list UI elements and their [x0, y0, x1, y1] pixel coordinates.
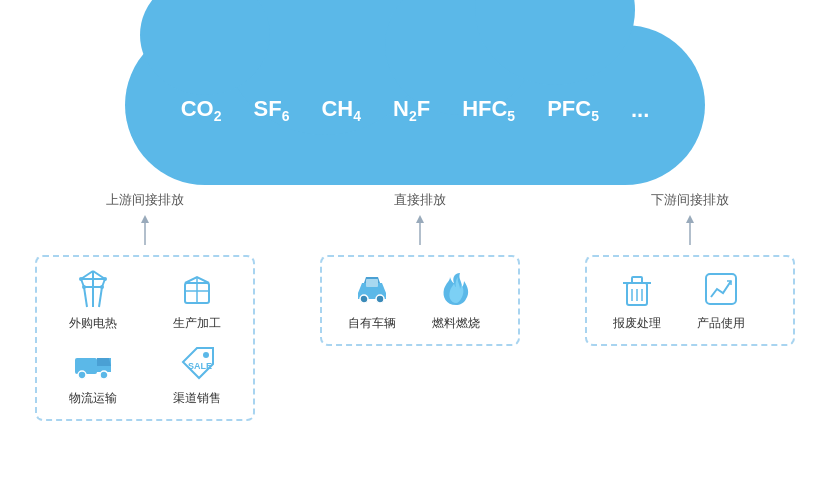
svg-rect-34 — [632, 277, 642, 283]
icon-trash: 报废处理 — [607, 269, 667, 332]
downstream-arrow-svg — [683, 215, 697, 245]
cloud-wrapper: CO2 SF6 CH4 N2F HFC5 PFC5 ... — [115, 10, 715, 190]
direct-label: 直接排放 — [394, 191, 446, 209]
svg-point-16 — [103, 277, 107, 281]
svg-point-26 — [100, 371, 108, 379]
svg-rect-22 — [75, 358, 97, 374]
upstream-arrow-svg — [138, 215, 152, 245]
arrow-row: 上游间接排放 直接排放 下游间接排放 — [35, 190, 795, 245]
downstream-box: 报废处理 产品使用 — [585, 255, 795, 346]
upstream-label: 上游间接排放 — [106, 191, 184, 209]
direct-box: 自有车辆 燃料燃烧 — [320, 255, 520, 346]
icon-fire: 燃料燃烧 — [426, 269, 486, 332]
svg-point-25 — [78, 371, 86, 379]
upstream-arrow-col: 上游间接排放 — [35, 191, 255, 245]
icon-car: 自有车辆 — [342, 269, 402, 332]
upstream-dashed-box: 外购电热 生产加工 — [35, 255, 255, 421]
svg-point-15 — [79, 277, 83, 281]
fire-icon — [436, 269, 476, 309]
icon-truck: 物流运输 — [47, 344, 139, 407]
tower-label: 外购电热 — [69, 315, 117, 332]
gas-ch4: CH4 — [321, 96, 361, 124]
svg-marker-5 — [686, 215, 694, 223]
fire-label: 燃料燃烧 — [432, 315, 480, 332]
tower-icon — [73, 269, 113, 309]
sale-label: 渠道销售 — [173, 390, 221, 407]
columns-row: 外购电热 生产加工 — [35, 255, 795, 421]
svg-marker-24 — [97, 358, 111, 366]
direct-dashed-box: 自有车辆 燃料燃烧 — [320, 255, 520, 346]
svg-point-29 — [360, 295, 368, 303]
upstream-box: 外购电热 生产加工 — [35, 255, 255, 421]
trash-icon — [617, 269, 657, 309]
truck-label: 物流运输 — [69, 390, 117, 407]
svg-rect-38 — [706, 274, 736, 304]
cloud-content: CO2 SF6 CH4 N2F HFC5 PFC5 ... — [181, 76, 650, 124]
factory-icon — [177, 269, 217, 309]
svg-line-9 — [81, 271, 93, 279]
gas-n2f: N2F — [393, 96, 430, 124]
gas-pfc5: PFC5 — [547, 96, 599, 124]
svg-rect-31 — [366, 279, 378, 287]
icon-chart: 产品使用 — [691, 269, 751, 332]
gas-hfc5: HFC5 — [462, 96, 515, 124]
svg-point-27 — [203, 352, 209, 358]
direct-arrow-col: 直接排放 — [320, 191, 520, 245]
downstream-dashed-box: 报废处理 产品使用 — [585, 255, 795, 346]
gas-sf6: SF6 — [254, 96, 290, 124]
sale-icon: SALE — [177, 344, 217, 384]
gas-co2: CO2 — [181, 96, 222, 124]
trash-label: 报废处理 — [613, 315, 661, 332]
svg-point-18 — [100, 285, 104, 289]
icon-tower: 外购电热 — [47, 269, 139, 332]
svg-line-14 — [99, 287, 102, 307]
svg-line-13 — [84, 287, 87, 307]
truck-icon — [73, 344, 113, 384]
downstream-label: 下游间接排放 — [651, 191, 729, 209]
diagram-container: CO2 SF6 CH4 N2F HFC5 PFC5 ... 上游间接排放 直接排… — [0, 0, 830, 503]
svg-line-10 — [93, 271, 105, 279]
chart-label: 产品使用 — [697, 315, 745, 332]
svg-marker-3 — [416, 215, 424, 223]
svg-marker-1 — [141, 215, 149, 223]
svg-point-17 — [82, 285, 86, 289]
car-icon — [352, 269, 392, 309]
svg-text:SALE: SALE — [188, 361, 212, 371]
gas-more: ... — [631, 97, 649, 123]
icon-factory: 生产加工 — [151, 269, 243, 332]
direct-arrow-svg — [413, 215, 427, 245]
icon-sale: SALE 渠道销售 — [151, 344, 243, 407]
chart-icon — [701, 269, 741, 309]
downstream-arrow-col: 下游间接排放 — [585, 191, 795, 245]
svg-point-30 — [376, 295, 384, 303]
factory-label: 生产加工 — [173, 315, 221, 332]
car-label: 自有车辆 — [348, 315, 396, 332]
